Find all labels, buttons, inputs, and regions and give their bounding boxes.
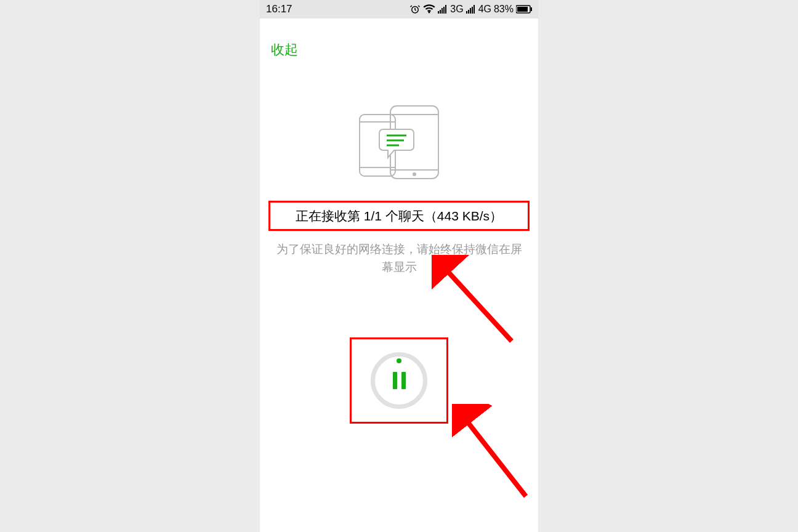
status-4g-label: 4G [478,4,491,15]
battery-icon [516,5,532,14]
svg-rect-7 [468,10,469,14]
collapse-link[interactable]: 收起 [260,18,538,59]
svg-rect-1 [438,11,439,14]
svg-rect-2 [440,10,441,14]
wifi-icon [423,4,435,14]
status-right-cluster: 3G 4G 83% [409,4,532,15]
svg-rect-3 [441,8,443,14]
status-battery-label: 83% [494,4,514,15]
svg-rect-6 [466,11,467,14]
svg-rect-10 [474,5,475,14]
alarm-icon [409,4,421,15]
status-bar: 16:17 3G [260,0,538,18]
status-3g-label: 3G [450,4,463,15]
pause-annotation-box [350,337,448,424]
svg-rect-4 [443,7,445,14]
status-time: 16:17 [266,3,292,15]
transfer-status-text: 正在接收第 1/1 个聊天（443 KB/s） [268,201,530,231]
pause-icon [393,372,406,389]
phone-frame: 16:17 3G [260,0,538,532]
svg-rect-12 [517,7,528,12]
svg-rect-8 [470,8,471,14]
svg-rect-5 [445,5,446,14]
transfer-illustration [350,102,448,182]
progress-dot-icon [397,358,401,363]
svg-point-20 [413,172,416,176]
signal-4g-icon [466,5,476,14]
pause-button[interactable] [371,352,427,409]
svg-rect-13 [531,7,532,11]
transfer-hint-text: 为了保证良好的网络连接，请始终保持微信在屏幕显示 [276,241,522,276]
signal-3g-icon [438,5,448,14]
svg-rect-9 [472,7,473,14]
